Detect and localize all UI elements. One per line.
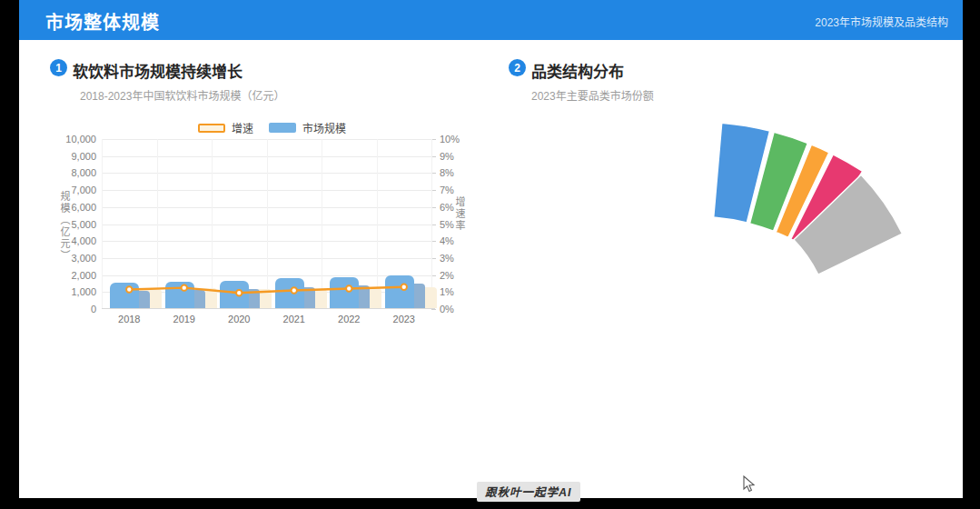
x-axis-label-2020: 2020 bbox=[228, 314, 250, 324]
x-axis-label-2023: 2023 bbox=[393, 314, 415, 324]
left-axis-tick-label: 0 bbox=[91, 304, 96, 314]
page-title: 市场整体规模 bbox=[45, 8, 160, 35]
left-axis-tick-label: 5,000 bbox=[71, 219, 96, 230]
gridline-v bbox=[431, 139, 432, 309]
watermark-badge: 跟秋叶一起学AI bbox=[477, 482, 580, 502]
right-axis-tick-label: 4% bbox=[440, 235, 454, 246]
left-axis-tick-label: 6,000 bbox=[71, 202, 96, 213]
growth-point-2018[interactable] bbox=[126, 286, 132, 292]
growth-point-2022[interactable] bbox=[346, 285, 351, 291]
growth-line-layer bbox=[102, 139, 431, 309]
header-bar: 市场整体规模 2023年市场规模及品类结构 bbox=[19, 0, 963, 40]
growth-point-2021[interactable] bbox=[292, 287, 297, 293]
legend-swatch-market-size[interactable] bbox=[269, 123, 296, 133]
right-axis-name: 增速率 bbox=[452, 196, 467, 232]
header-subtitle: 2023年市场规模及品类结构 bbox=[815, 14, 948, 29]
mouse-cursor bbox=[743, 475, 756, 493]
left-axis-tick-label: 2,000 bbox=[71, 270, 96, 281]
x-axis-label-2018: 2018 bbox=[118, 314, 140, 324]
growth-point-2020[interactable] bbox=[236, 290, 242, 295]
right-axis-tick-label: 2% bbox=[440, 270, 454, 281]
left-axis-tick-label: 9,000 bbox=[71, 151, 96, 162]
category-fan-chart bbox=[491, 100, 927, 318]
right-axis-tick-label: 9% bbox=[440, 151, 454, 162]
section2-number-badge: 2 bbox=[509, 59, 526, 76]
x-axis-label-2022: 2022 bbox=[338, 314, 360, 324]
left-axis-name: 规模（亿元） bbox=[57, 191, 72, 262]
bar-chart-legend: 增速 市场规模 bbox=[198, 120, 346, 135]
right-axis-tick-label: 5% bbox=[440, 219, 454, 230]
left-axis-tick-label: 4,000 bbox=[71, 235, 96, 246]
right-axis-tick-label: 6% bbox=[440, 202, 454, 213]
right-axis-tick-label: 1% bbox=[440, 286, 454, 297]
growth-line[interactable] bbox=[129, 287, 404, 294]
section1-title: 软饮料市场规模持续增长 bbox=[73, 59, 243, 82]
legend-label-growth[interactable]: 增速 bbox=[232, 120, 253, 135]
section1-subtitle: 2018-2023年中国软饮料市场规模（亿元） bbox=[80, 87, 284, 103]
left-axis-tick-label: 10,000 bbox=[65, 134, 96, 145]
legend-swatch-growth[interactable] bbox=[198, 124, 225, 133]
right-axis-tick-label: 7% bbox=[440, 185, 454, 195]
right-axis-tick-mark bbox=[431, 309, 436, 310]
section1-number-badge: 1 bbox=[50, 59, 67, 76]
left-axis-tick-label: 3,000 bbox=[71, 253, 96, 264]
right-axis-tick-label: 3% bbox=[440, 253, 454, 264]
x-axis-label-2021: 2021 bbox=[283, 314, 305, 324]
section2-title: 品类结构分布 bbox=[531, 59, 624, 82]
x-axis-label-2019: 2019 bbox=[173, 314, 195, 324]
right-axis-tick-label: 0% bbox=[440, 304, 454, 314]
left-axis-tick-label: 1,000 bbox=[71, 286, 96, 297]
left-axis-tick-label: 8,000 bbox=[71, 167, 96, 178]
right-axis-tick-label: 10% bbox=[440, 134, 460, 145]
left-axis-tick-label: 7,000 bbox=[71, 185, 96, 195]
right-axis-tick-label: 8% bbox=[440, 167, 454, 178]
bar-line-chart: 10,00010%9,0009%8,0008%7,0007%6,0006%5,0… bbox=[102, 139, 431, 309]
growth-point-2019[interactable] bbox=[182, 284, 187, 290]
slide-canvas: 市场整体规模 2023年市场规模及品类结构 1 软饮料市场规模持续增长 2018… bbox=[19, 0, 963, 498]
growth-point-2023[interactable] bbox=[401, 284, 407, 289]
legend-label-market-size[interactable]: 市场规模 bbox=[302, 120, 346, 135]
